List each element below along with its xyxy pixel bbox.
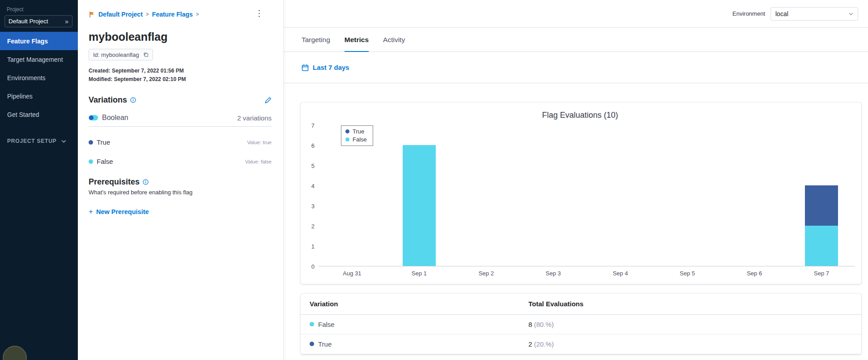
date-range-label: Last 7 days bbox=[313, 64, 349, 71]
cell-total-evaluations: 8 (80.%) bbox=[519, 314, 861, 334]
flag-name-title: mybooleanflag bbox=[89, 30, 272, 43]
tab-activity[interactable]: Activity bbox=[383, 36, 405, 52]
breadcrumb-links: Default Project>Feature Flags> bbox=[98, 11, 199, 18]
metrics-content: Flag Evaluations (10) 01234567 TrueFalse… bbox=[284, 83, 868, 360]
chart-category-sep-4 bbox=[587, 125, 654, 266]
variation-name: False bbox=[97, 158, 113, 165]
x-axis-label-sep-6: Sep 6 bbox=[721, 270, 788, 277]
variation-color-dot bbox=[310, 322, 314, 326]
new-prerequisite-label: New Prerequisite bbox=[96, 208, 149, 215]
info-icon[interactable] bbox=[143, 179, 149, 185]
project-label: Project bbox=[0, 6, 78, 15]
legend-dot-true bbox=[345, 129, 349, 133]
prerequisites-description: What's required before enabling this fla… bbox=[89, 189, 272, 196]
plot-area: TrueFalse bbox=[319, 125, 855, 266]
y-tick-label: 6 bbox=[311, 143, 315, 149]
chart-category-aug-31 bbox=[319, 125, 386, 266]
variation-value: Value: true bbox=[247, 140, 272, 145]
flag-options-menu-icon[interactable]: ⋮ bbox=[255, 9, 264, 17]
environment-select[interactable]: local bbox=[770, 7, 858, 21]
variation-value: Value: false bbox=[245, 159, 272, 164]
chart-title: Flag Evaluations (10) bbox=[305, 111, 855, 120]
chart-category-sep-6 bbox=[721, 125, 788, 266]
bar-segment-true-sep-7[interactable] bbox=[805, 185, 838, 226]
help-bubble[interactable] bbox=[3, 346, 27, 360]
variations-section-header: Variations bbox=[89, 95, 272, 105]
environment-label: Environment bbox=[732, 10, 765, 17]
boolean-type-icon bbox=[89, 115, 98, 120]
variation-list: TrueValue: trueFalseValue: false bbox=[89, 138, 272, 165]
tab-targeting[interactable]: Targeting bbox=[302, 36, 330, 52]
y-tick-label: 3 bbox=[311, 203, 315, 209]
new-prerequisite-button[interactable]: + New Prerequisite bbox=[89, 207, 149, 216]
sidebar-item-feature-flags[interactable]: Feature Flags bbox=[0, 32, 78, 50]
cell-variation-content: False bbox=[310, 321, 519, 328]
table-row-false: False8 (80.%) bbox=[301, 314, 861, 334]
chart-category-sep-3 bbox=[520, 125, 587, 266]
date-range-picker[interactable]: Last 7 days bbox=[302, 64, 349, 71]
total-percent: (80.%) bbox=[532, 321, 553, 328]
breadcrumb-link-feature-flags[interactable]: Feature Flags bbox=[152, 11, 193, 18]
sidebar-item-environments[interactable]: Environments bbox=[0, 69, 78, 87]
tab-metrics[interactable]: Metrics bbox=[345, 36, 369, 52]
breadcrumb-separator: > bbox=[196, 11, 199, 17]
chart-category-sep-7 bbox=[788, 125, 855, 266]
app-root: Project Default Project » Feature FlagsT… bbox=[0, 0, 868, 360]
project-selector[interactable]: Default Project » bbox=[4, 15, 72, 27]
cell-variation-content: True bbox=[310, 340, 519, 348]
variation-row-false: FalseValue: false bbox=[89, 158, 272, 165]
x-axis-label-sep-2: Sep 2 bbox=[453, 270, 520, 277]
cell-total-evaluations: 2 (20.%) bbox=[519, 334, 861, 354]
chart-category-sep-1 bbox=[386, 125, 453, 266]
bar-segment-false-sep-7[interactable] bbox=[805, 226, 838, 266]
copy-icon[interactable] bbox=[143, 52, 149, 57]
flag-meta: Created: September 7, 2022 01:56 PM Modi… bbox=[89, 67, 272, 84]
legend-entry-false: False bbox=[345, 136, 367, 143]
table-header-row: Variation Total Evaluations bbox=[301, 294, 861, 314]
variation-color-dot bbox=[89, 159, 93, 164]
variations-title: Variations bbox=[89, 95, 127, 105]
y-tick-label: 7 bbox=[311, 123, 315, 129]
info-icon[interactable] bbox=[130, 97, 136, 103]
variation-type-label: Boolean bbox=[102, 114, 128, 122]
sidebar-nav: Feature FlagsTarget ManagementEnvironmen… bbox=[0, 32, 78, 124]
x-axis-label-sep-7: Sep 7 bbox=[788, 270, 855, 277]
main-panel: Environment local TargetingMetricsActivi… bbox=[284, 0, 868, 360]
sidebar-item-get-started[interactable]: Get Started bbox=[0, 105, 78, 124]
variation-name: True bbox=[318, 340, 332, 348]
environment-bar: Environment local bbox=[284, 0, 868, 28]
x-axis-label-sep-5: Sep 5 bbox=[654, 270, 721, 277]
project-selector-value: Default Project bbox=[9, 18, 48, 25]
variation-count: 2 variations bbox=[237, 114, 272, 122]
breadcrumb-link-default-project[interactable]: Default Project bbox=[98, 11, 143, 18]
chevron-down-icon bbox=[61, 140, 66, 143]
legend-label: False bbox=[353, 136, 367, 143]
sidebar-item-target-management[interactable]: Target Management bbox=[0, 50, 78, 69]
prerequisites-section-header: Prerequisites bbox=[89, 177, 272, 187]
x-axis-label-sep-1: Sep 1 bbox=[386, 270, 453, 277]
cell-variation: False bbox=[301, 314, 519, 334]
legend-label: True bbox=[353, 128, 364, 135]
plus-icon: + bbox=[89, 207, 93, 216]
chart-category-sep-2 bbox=[453, 125, 520, 266]
flag-id-text: Id: mybooleanflag bbox=[93, 51, 139, 58]
y-tick-label: 0 bbox=[311, 264, 315, 270]
y-tick-label: 2 bbox=[311, 223, 315, 229]
sidebar-item-pipelines[interactable]: Pipelines bbox=[0, 87, 78, 105]
flag-icon bbox=[89, 11, 95, 18]
variation-name: False bbox=[318, 321, 335, 328]
bar-segment-false-sep-1[interactable] bbox=[403, 145, 436, 266]
x-axis-labels: Aug 31Sep 1Sep 2Sep 3Sep 4Sep 5Sep 6Sep … bbox=[319, 270, 855, 277]
y-tick-label: 1 bbox=[311, 244, 315, 249]
flag-detail-panel: Default Project>Feature Flags> ⋮ myboole… bbox=[78, 0, 284, 360]
expand-project-icon[interactable]: » bbox=[65, 18, 68, 25]
variation-name: True bbox=[97, 138, 110, 146]
y-tick-label: 5 bbox=[311, 163, 315, 169]
chart-legend: TrueFalse bbox=[341, 125, 373, 146]
plot-wrap: TrueFalse Aug 31Sep 1Sep 2Sep 3Sep 4Sep … bbox=[319, 125, 855, 277]
cell-variation: True bbox=[301, 334, 519, 354]
edit-variations-icon[interactable] bbox=[264, 97, 272, 104]
table-body: False8 (80.%)True2 (20.%) bbox=[301, 314, 861, 354]
breadcrumb-separator: > bbox=[146, 11, 149, 17]
project-setup-toggle[interactable]: PROJECT SETUP bbox=[0, 138, 78, 144]
